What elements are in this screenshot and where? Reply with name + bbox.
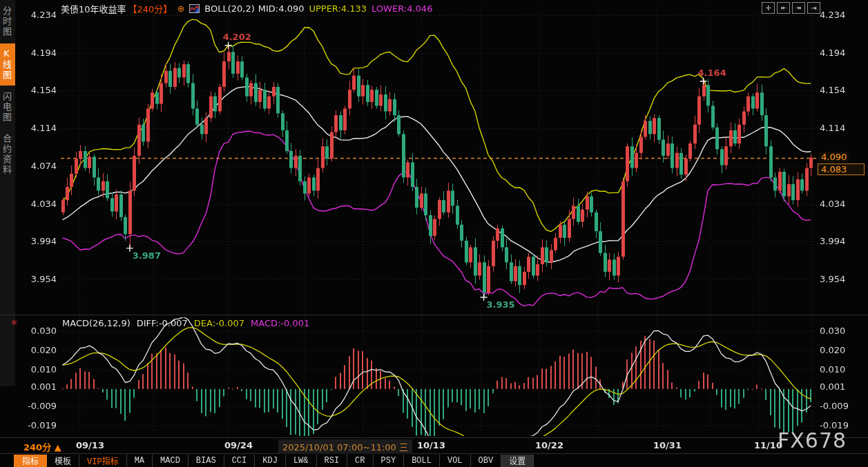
- x-axis-row: 240分 ▲ 09/13 09/24 2025/10/01 07:00~11:0…: [0, 439, 868, 453]
- panel-divider: [0, 315, 868, 315]
- toolbar-item-settings[interactable]: 设置: [501, 455, 534, 467]
- y-tick: 3.994: [820, 236, 845, 246]
- low-annotation: 3.935: [487, 299, 515, 310]
- toolbar-item-macd[interactable]: MACD: [153, 455, 189, 467]
- sidebar-item-flash-chart[interactable]: 闪电图: [0, 87, 15, 128]
- jump-latest-icon[interactable]: ⇥: [807, 2, 820, 14]
- mini-chart-icon: [189, 4, 200, 13]
- chart-tools: ✛ ↞ ↠ ⇥: [762, 2, 820, 14]
- y-tick: 4.034: [17, 199, 57, 209]
- boll-mid-value: MID:4.090: [258, 3, 305, 14]
- macd-y-tick: -0.009: [820, 401, 849, 411]
- last-price-tag: 4.083: [818, 163, 865, 175]
- alert-icon[interactable]: ✳: [10, 317, 18, 328]
- y-tick: 4.114: [820, 123, 845, 133]
- high-annotation: 4.202: [223, 32, 251, 42]
- boll-indicator-label: BOLL(20,2): [204, 3, 255, 14]
- indicator-toolbar: 指标 模板 VIP指标 MA MACD BIAS CCI KDJ LW& RSI…: [14, 455, 534, 467]
- low-annotation: 3.987: [133, 250, 161, 261]
- macd-y-tick: 0.030: [17, 326, 57, 336]
- toolbar-item-kdj[interactable]: KDJ: [255, 455, 286, 467]
- macd-header: MACD(26,12,9) DIFF:-0.007 DEA:-0.007 MAC…: [62, 318, 309, 328]
- y-tick: 4.034: [820, 199, 845, 209]
- high-annotation: 4.164: [698, 68, 726, 78]
- macd-y-tick: 0.020: [17, 345, 57, 355]
- y-tick: 4.234: [17, 10, 57, 20]
- macd-y-tick: -0.009: [17, 401, 57, 411]
- add-indicator-icon[interactable]: ⊕: [177, 3, 184, 14]
- macd-y-tick: 0.020: [820, 345, 845, 355]
- y-tick: 4.234: [820, 10, 845, 20]
- price-macd-chart-canvas[interactable]: [0, 0, 868, 467]
- toolbar-item-cci[interactable]: CCI: [224, 455, 255, 467]
- macd-params-label: MACD(26,12,9): [62, 318, 131, 328]
- y-tick: 4.194: [17, 48, 57, 58]
- y-tick: 4.154: [17, 85, 57, 95]
- macd-y-tick: 0.030: [820, 326, 845, 336]
- symbol-title: 美债10年收益率: [61, 2, 126, 15]
- macd-y-tick: 0.010: [17, 364, 57, 375]
- y-tick: 4.154: [820, 85, 845, 95]
- y-tick: 3.954: [820, 274, 845, 284]
- crosshair-date-label: 2025/10/01 07:00~11:00 三: [278, 439, 412, 454]
- chart-app-window: 分时图 K线图 闪电图 合约资料 美债10年收益率 【240分】 ⊕ BOLL(…: [0, 0, 868, 467]
- toolbar-item-template[interactable]: 模板: [47, 455, 79, 467]
- toolbar-item-vip-indicator[interactable]: VIP指标: [79, 455, 127, 467]
- x-tick: 09/13: [76, 440, 104, 450]
- fx678-watermark: FX678: [778, 428, 847, 453]
- mid-price-tag: 4.090: [819, 152, 849, 162]
- x-tick: 10/31: [653, 440, 682, 450]
- y-tick: 3.954: [17, 274, 57, 284]
- move-icon[interactable]: ✛: [762, 2, 775, 14]
- sidebar-item-contract-info[interactable]: 合约资料: [0, 129, 15, 180]
- chart-type-sidebar: 分时图 K线图 闪电图 合约资料: [0, 0, 15, 386]
- toolbar-item-vol[interactable]: VOL: [440, 455, 471, 467]
- macd-y-tick: 0.010: [820, 364, 845, 375]
- sidebar-item-time-chart[interactable]: 分时图: [0, 1, 15, 42]
- toolbar-item-psy[interactable]: PSY: [374, 455, 405, 467]
- toolbar-divider: [0, 453, 868, 454]
- toolbar-item-boll[interactable]: BOLL: [404, 455, 440, 467]
- toolbar-item-rsi[interactable]: RSI: [317, 455, 348, 467]
- period-selector[interactable]: 240分 ▲: [23, 440, 61, 453]
- macd-y-tick: -0.019: [17, 420, 57, 430]
- x-tick: 09/24: [224, 440, 253, 450]
- toolbar-item-obv[interactable]: OBV: [471, 455, 502, 467]
- y-tick: 4.074: [17, 161, 57, 171]
- toolbar-item-indicator[interactable]: 指标: [14, 455, 47, 467]
- toolbar-item-ma[interactable]: MA: [127, 455, 153, 467]
- x-tick: 10/22: [535, 440, 563, 450]
- toolbar-item-lwr[interactable]: LW&: [286, 455, 317, 467]
- y-tick: 3.994: [17, 236, 57, 246]
- boll-lower-value: LOWER:4.046: [372, 3, 432, 14]
- macd-y-tick: 0.001: [820, 381, 845, 392]
- zoom-x-out-icon[interactable]: ↠: [792, 2, 805, 14]
- boll-upper-value: UPPER:4.133: [309, 3, 367, 14]
- x-tick: 10/13: [417, 440, 445, 450]
- y-tick: 4.114: [17, 123, 57, 133]
- toolbar-item-cr[interactable]: CR: [347, 455, 373, 467]
- chart-header: 美债10年收益率 【240分】 ⊕ BOLL(20,2) MID:4.090 U…: [61, 2, 432, 14]
- period-badge: 【240分】: [128, 2, 173, 15]
- macd-diff-value: DIFF:-0.007: [137, 318, 188, 328]
- macd-hist-value: MACD:-0.001: [251, 318, 309, 328]
- macd-dea-value: DEA:-0.007: [194, 318, 244, 328]
- zoom-x-in-icon[interactable]: ↞: [777, 2, 790, 14]
- sidebar-item-kline-chart[interactable]: K线图: [0, 43, 15, 86]
- macd-y-tick: 0.001: [17, 381, 57, 392]
- toolbar-item-bias[interactable]: BIAS: [189, 455, 224, 467]
- y-tick: 4.194: [820, 48, 845, 58]
- axis-divider: [0, 437, 868, 438]
